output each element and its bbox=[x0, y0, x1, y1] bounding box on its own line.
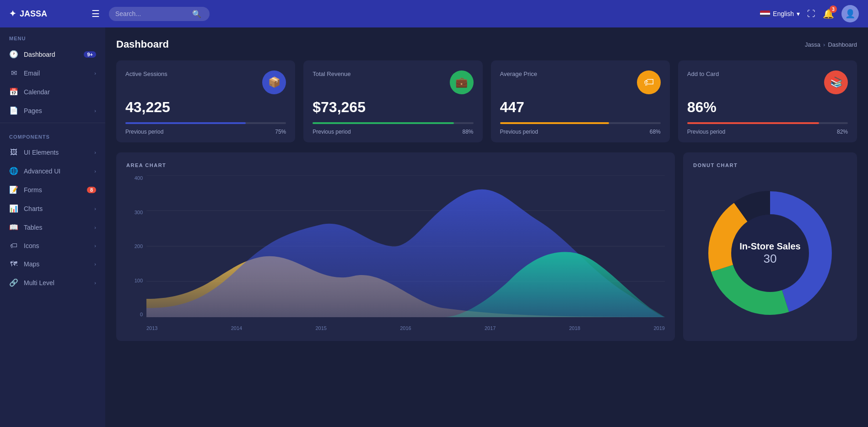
x-label: 2018 bbox=[569, 325, 580, 331]
sidebar-item-icons[interactable]: 🏷 Icons › bbox=[0, 237, 105, 255]
sidebar-item-advanced-ui[interactable]: 🌐 Advanced UI › bbox=[0, 162, 105, 180]
sidebar-item-email[interactable]: ✉ Email › bbox=[0, 64, 105, 82]
sidebar: MENU 🕐 Dashboard 9+ ✉ Email › 📅 Calendar… bbox=[0, 27, 105, 427]
area-chart-yaxis: 400 300 200 100 0 bbox=[126, 175, 143, 317]
search-input[interactable] bbox=[115, 10, 189, 17]
period-value: 75% bbox=[275, 129, 286, 135]
area-chart-wrap: 400 300 200 100 0 bbox=[126, 175, 665, 331]
breadcrumb: Jassa › Dashboard bbox=[805, 41, 857, 48]
stat-bar-bg bbox=[125, 122, 286, 124]
y-label: 400 bbox=[126, 175, 143, 181]
flag-icon bbox=[760, 11, 770, 17]
period-label: Previous period bbox=[500, 129, 538, 135]
active-sessions-icon: 📦 bbox=[262, 70, 286, 94]
components-section-label: COMPONENTS bbox=[0, 126, 105, 143]
stat-card-value: $73,265 bbox=[313, 99, 473, 116]
dashboard-badge: 9+ bbox=[84, 51, 96, 58]
chevron-right-icon: › bbox=[94, 225, 96, 230]
sidebar-item-tables[interactable]: 📖 Tables › bbox=[0, 218, 105, 237]
stat-card-average-price: Average Price 🏷 447 Previous period 68% bbox=[491, 60, 670, 142]
stat-bar bbox=[687, 122, 819, 124]
advanced-ui-icon: 🌐 bbox=[9, 167, 18, 175]
language-label: English bbox=[773, 10, 794, 17]
donut-chart-wrap: In-Store Sales 30 bbox=[693, 175, 847, 331]
sidebar-item-label: Tables bbox=[24, 224, 89, 231]
area-chart-card: AREA CHART 400 300 200 100 0 bbox=[116, 152, 675, 341]
sidebar-item-ui-elements[interactable]: 🖼 UI Elements › bbox=[0, 143, 105, 162]
tables-icon: 📖 bbox=[9, 223, 18, 232]
main-content: Dashboard Jassa › Dashboard Active Sessi… bbox=[105, 27, 868, 427]
sidebar-item-forms[interactable]: 📝 Forms 8 bbox=[0, 180, 105, 199]
y-label: 300 bbox=[126, 210, 143, 215]
fullscreen-button[interactable]: ⛶ bbox=[807, 9, 815, 19]
notification-badge: 3 bbox=[830, 5, 837, 13]
sidebar-item-label: Maps bbox=[24, 260, 89, 268]
sidebar-item-label: Advanced UI bbox=[24, 168, 89, 175]
stat-bar-bg bbox=[500, 122, 661, 124]
email-icon: ✉ bbox=[9, 69, 18, 77]
sidebar-item-calendar[interactable]: 📅 Calendar bbox=[0, 82, 105, 101]
chevron-right-icon: › bbox=[94, 280, 96, 286]
menu-section-label: MENU bbox=[0, 27, 105, 45]
x-label: 2015 bbox=[316, 325, 327, 331]
sidebar-item-label: Forms bbox=[24, 186, 81, 194]
sidebar-item-maps[interactable]: 🗺 Maps › bbox=[0, 255, 105, 273]
forms-badge: 8 bbox=[87, 187, 96, 193]
hamburger-icon[interactable]: ☰ bbox=[92, 8, 100, 19]
topnav: ✦ JASSA ☰ 🔍 English ▾ ⛶ 🔔 3 👤 bbox=[0, 0, 868, 27]
chevron-right-icon: › bbox=[94, 206, 96, 211]
chevron-right-icon: › bbox=[94, 168, 96, 174]
sidebar-item-dashboard[interactable]: 🕐 Dashboard 9+ bbox=[0, 45, 105, 64]
x-label: 2016 bbox=[400, 325, 411, 331]
forms-icon: 📝 bbox=[9, 185, 18, 194]
chevron-right-icon: › bbox=[94, 243, 96, 249]
donut-center-value: 30 bbox=[739, 252, 800, 266]
period-value: 68% bbox=[650, 129, 661, 135]
stat-bar bbox=[500, 122, 609, 124]
sidebar-item-pages[interactable]: 📄 Pages › bbox=[0, 101, 105, 120]
donut-center-label: In-Store Sales bbox=[739, 241, 800, 252]
body-wrap: MENU 🕐 Dashboard 9+ ✉ Email › 📅 Calendar… bbox=[0, 27, 868, 427]
period-label: Previous period bbox=[687, 129, 725, 135]
calendar-icon: 📅 bbox=[9, 87, 18, 96]
chevron-right-icon: › bbox=[94, 150, 96, 155]
page-title: Dashboard bbox=[116, 38, 169, 50]
stat-card-value: 43,225 bbox=[125, 99, 286, 116]
chevron-right-icon: › bbox=[94, 261, 96, 267]
breadcrumb-home: Jassa bbox=[805, 41, 820, 48]
search-icon: 🔍 bbox=[192, 10, 201, 18]
x-label: 2017 bbox=[485, 325, 496, 331]
chevron-right-icon: › bbox=[94, 108, 96, 114]
sidebar-item-label: Dashboard bbox=[24, 51, 78, 58]
sidebar-item-multi-level[interactable]: 🔗 Multi Level › bbox=[0, 273, 105, 292]
x-label: 2019 bbox=[654, 325, 665, 331]
sidebar-divider bbox=[0, 123, 105, 123]
language-selector[interactable]: English ▾ bbox=[760, 10, 800, 17]
charts-row: AREA CHART 400 300 200 100 0 bbox=[116, 152, 857, 341]
stat-card-active-sessions: Active Sessions 📦 43,225 Previous period… bbox=[116, 60, 295, 142]
sidebar-item-charts[interactable]: 📊 Charts › bbox=[0, 199, 105, 218]
multi-level-icon: 🔗 bbox=[9, 278, 18, 287]
breadcrumb-separator: › bbox=[823, 41, 825, 48]
stat-bar bbox=[313, 122, 454, 124]
sidebar-item-label: Pages bbox=[24, 107, 89, 114]
x-label: 2013 bbox=[146, 325, 157, 331]
sidebar-item-label: Charts bbox=[24, 205, 89, 212]
topnav-right: English ▾ ⛶ 🔔 3 👤 bbox=[760, 5, 859, 22]
page-header: Dashboard Jassa › Dashboard bbox=[116, 38, 857, 50]
stat-card-total-revenue: Total Revenue 💼 $73,265 Previous period … bbox=[303, 60, 482, 142]
stat-card-title: Active Sessions bbox=[125, 70, 167, 77]
user-avatar[interactable]: 👤 bbox=[841, 5, 859, 22]
period-label: Previous period bbox=[313, 129, 350, 135]
breadcrumb-current: Dashboard bbox=[828, 41, 857, 48]
logo-icon: ✦ bbox=[9, 9, 16, 19]
y-label: 200 bbox=[126, 243, 143, 249]
stat-card-value: 447 bbox=[500, 99, 661, 116]
sidebar-item-label: UI Elements bbox=[24, 149, 89, 156]
notification-button[interactable]: 🔔 3 bbox=[823, 8, 834, 19]
sidebar-item-label: Multi Level bbox=[24, 279, 89, 286]
area-chart-title: AREA CHART bbox=[126, 162, 665, 168]
y-label: 100 bbox=[126, 278, 143, 283]
total-revenue-icon: 💼 bbox=[450, 70, 474, 94]
sidebar-item-label: Calendar bbox=[24, 88, 96, 96]
